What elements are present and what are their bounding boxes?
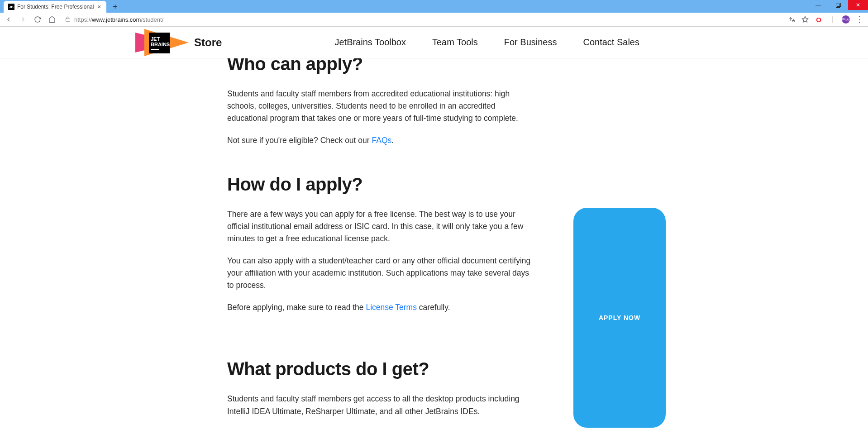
tab-title: For Students: Free Professional [17,4,94,10]
browser-tab-active[interactable]: JB For Students: Free Professional × [4,1,106,13]
svg-rect-1 [837,3,840,6]
lock-icon [65,16,71,24]
how-p2: You can also apply with a student/teache… [227,255,534,291]
license-terms-link[interactable]: License Terms [366,303,417,312]
toolbar-separator: | [828,15,836,24]
svg-text:JET: JET [151,36,160,42]
who-p1: Students and faculty staff members from … [227,88,534,124]
products-p1: Students and faculty staff members get a… [227,393,534,417]
svg-text:BRAINS: BRAINS [151,42,170,47]
home-button[interactable] [46,14,58,25]
profile-avatar-icon[interactable]: 연사 [842,15,850,24]
section-products: What products do I get? Students and fac… [227,359,534,417]
forward-button[interactable] [17,14,29,25]
minimize-button[interactable]: — [808,0,828,10]
favicon-icon: JB [8,4,14,10]
url-text: https://www.jetbrains.com/student/ [74,16,163,23]
heading-how: How do I apply? [227,174,534,195]
address-bar[interactable]: https://www.jetbrains.com/student/ [61,14,785,25]
nav-toolbox[interactable]: JetBrains Toolbox [334,37,406,48]
svg-rect-9 [151,49,159,50]
new-tab-button[interactable]: + [109,1,121,13]
window-titlebar: JB For Students: Free Professional × + —… [0,0,868,13]
how-p3-pre: Before applying, make sure to read the [227,303,366,312]
jetbrains-logo-icon: JET BRAINS [135,28,190,57]
bookmark-star-icon[interactable] [801,15,809,24]
section-how: How do I apply? There are a few ways you… [227,174,534,314]
who-p2-pre: Not sure if you're eligible? Check out o… [227,136,372,145]
url-scheme: https:// [74,16,92,23]
heading-products: What products do I get? [227,359,534,379]
close-tab-icon[interactable]: × [96,4,102,10]
browser-tabs: JB For Students: Free Professional × + [0,0,121,13]
who-p2: Not sure if you're eligible? Check out o… [227,134,534,147]
svg-rect-0 [836,4,839,7]
window-controls: — ✕ [808,0,868,10]
who-p2-post: . [391,136,394,145]
browser-toolbar: https://www.jetbrains.com/student/ O | 연… [0,13,868,27]
url-path: /student/ [141,16,163,23]
reload-button[interactable] [32,14,43,25]
nav-for-business[interactable]: For Business [504,37,557,48]
nav-contact-sales[interactable]: Contact Sales [583,37,639,48]
back-button[interactable] [3,14,14,25]
menu-icon[interactable]: ⋮ [855,15,863,24]
how-p3: Before applying, make sure to read the L… [227,301,534,314]
svg-rect-2 [66,19,70,21]
url-host: www.jetbrains.com [92,16,141,23]
close-window-button[interactable]: ✕ [848,0,868,10]
toolbar-icons: O | 연사 ⋮ [787,15,865,24]
nav-team-tools[interactable]: Team Tools [432,37,478,48]
section-who: Who can apply? Students and faculty staf… [227,54,534,147]
logo-block[interactable]: JET BRAINS Store [135,28,222,57]
site-nav: JetBrains Toolbox Team Tools For Busines… [334,37,639,48]
page-content: Who can apply? Students and faculty staf… [162,54,706,439]
how-p3-post: carefully. [417,303,450,312]
how-p1: There are a few ways you can apply for a… [227,208,534,245]
maximize-button[interactable] [828,0,848,10]
apply-now-button[interactable]: APPLY NOW [573,208,666,428]
extension-opera-icon[interactable]: O [815,15,823,24]
page-viewport[interactable]: JET BRAINS Store JetBrains Toolbox Team … [0,27,868,439]
store-label: Store [194,36,222,49]
faqs-link[interactable]: FAQs [372,136,391,145]
site-header: JET BRAINS Store JetBrains Toolbox Team … [0,27,868,58]
translate-icon[interactable] [787,15,796,24]
svg-marker-3 [802,16,808,22]
